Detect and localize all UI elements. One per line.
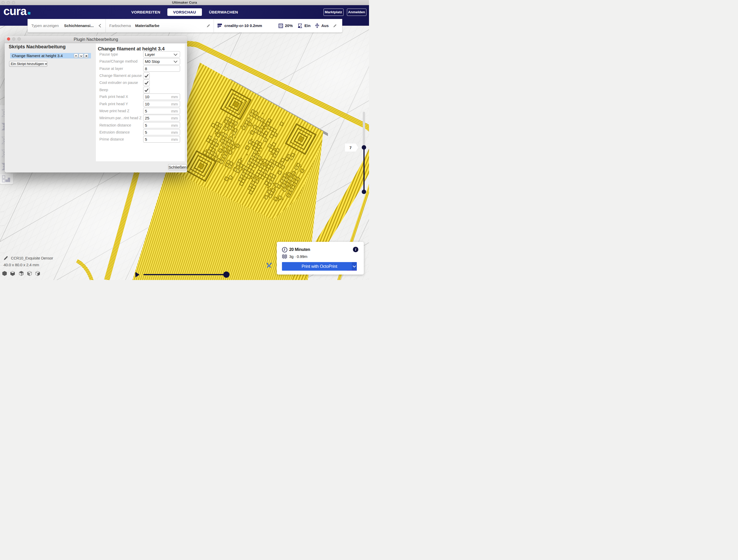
svg-text:7: 7	[350, 145, 352, 150]
